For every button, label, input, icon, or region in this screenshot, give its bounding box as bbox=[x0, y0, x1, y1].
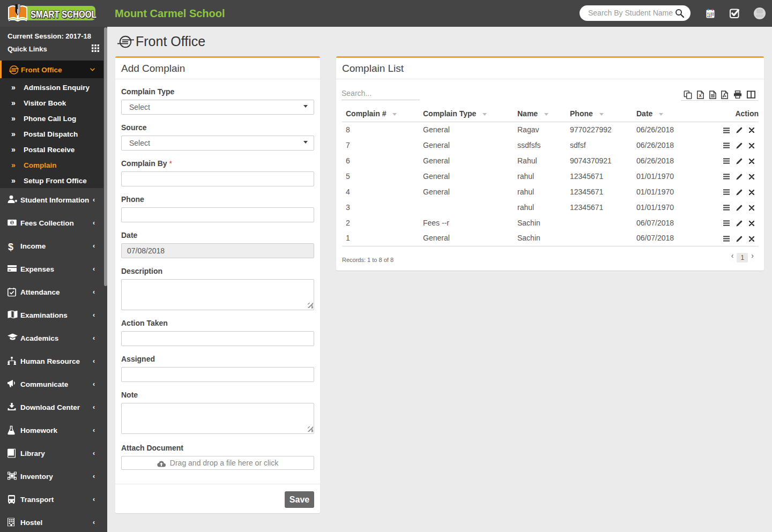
svg-text:x: x bbox=[699, 93, 702, 98]
svg-text:$: $ bbox=[11, 220, 13, 224]
svg-text:$: $ bbox=[8, 241, 13, 251]
